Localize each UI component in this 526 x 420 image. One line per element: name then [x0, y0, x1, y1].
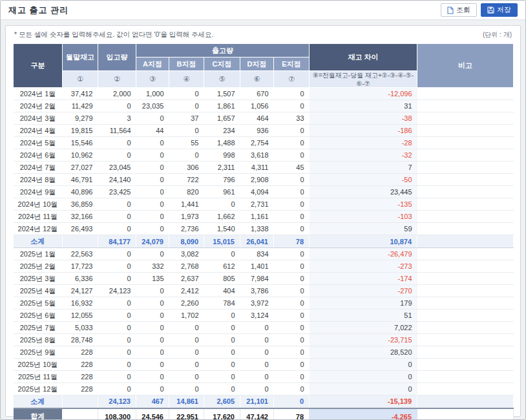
value-cell[interactable]: 9,279 [63, 112, 98, 125]
value-cell[interactable]: 0 [98, 198, 136, 211]
value-cell[interactable]: 15,546 [63, 137, 98, 149]
value-cell[interactable]: 0 [98, 248, 136, 260]
note-cell[interactable] [417, 310, 514, 322]
value-cell[interactable]: 820 [169, 186, 204, 198]
value-cell[interactable]: 0 [240, 383, 274, 395]
value-cell[interactable]: 0 [274, 174, 310, 186]
note-cell[interactable] [417, 211, 514, 223]
note-cell[interactable] [417, 174, 514, 186]
value-cell[interactable]: 2,311 [204, 162, 240, 174]
note-cell[interactable] [417, 186, 514, 198]
value-cell[interactable]: 0 [98, 334, 136, 346]
value-cell[interactable]: 0 [204, 198, 240, 211]
value-cell[interactable]: 3,082 [169, 248, 204, 260]
value-cell[interactable]: 1,000 [136, 88, 169, 100]
value-cell[interactable]: 1,702 [169, 310, 204, 322]
value-cell[interactable]: 0 [274, 359, 310, 371]
value-cell[interactable]: 2,736 [169, 223, 204, 235]
value-cell[interactable]: 0 [274, 285, 310, 297]
value-cell[interactable]: 2,000 [98, 88, 136, 100]
value-cell[interactable]: 3,124 [240, 310, 274, 322]
note-cell[interactable] [417, 334, 514, 346]
value-cell[interactable]: 234 [204, 125, 240, 137]
note-cell[interactable] [417, 137, 514, 149]
value-cell[interactable]: 0 [98, 100, 136, 112]
value-cell[interactable]: 0 [98, 273, 136, 285]
value-cell[interactable]: 4,094 [240, 186, 274, 198]
value-cell[interactable]: 0 [274, 383, 310, 395]
note-cell[interactable] [417, 273, 514, 285]
value-cell[interactable]: 0 [204, 322, 240, 334]
note-cell[interactable] [417, 297, 514, 310]
value-cell[interactable]: 0 [274, 248, 310, 260]
value-cell[interactable]: 24,127 [63, 285, 98, 297]
value-cell[interactable]: 0 [136, 359, 169, 371]
value-cell[interactable]: 1,488 [204, 137, 240, 149]
value-cell[interactable]: 796 [204, 174, 240, 186]
note-cell[interactable] [417, 88, 514, 100]
value-cell[interactable]: 0 [136, 198, 169, 211]
value-cell[interactable]: 0 [204, 359, 240, 371]
value-cell[interactable]: 0 [169, 359, 204, 371]
value-cell[interactable]: 2,908 [240, 174, 274, 186]
value-cell[interactable]: 0 [98, 383, 136, 395]
value-cell[interactable]: 0 [240, 322, 274, 334]
value-cell[interactable]: 2,731 [240, 198, 274, 211]
value-cell[interactable]: 24,123 [98, 285, 136, 297]
value-cell[interactable]: 1,507 [204, 88, 240, 100]
value-cell[interactable]: 0 [169, 346, 204, 359]
value-cell[interactable]: 228 [63, 383, 98, 395]
value-cell[interactable]: 0 [136, 211, 169, 223]
value-cell[interactable]: 24,140 [98, 174, 136, 186]
value-cell[interactable]: 0 [136, 383, 169, 395]
value-cell[interactable]: 0 [274, 88, 310, 100]
value-cell[interactable]: 37 [169, 112, 204, 125]
value-cell[interactable]: 0 [136, 137, 169, 149]
value-cell[interactable]: 1,441 [169, 198, 204, 211]
value-cell[interactable]: 1,056 [240, 100, 274, 112]
value-cell[interactable]: 23,035 [136, 100, 169, 112]
value-cell[interactable]: 0 [274, 137, 310, 149]
value-cell[interactable]: 0 [98, 149, 136, 162]
save-button[interactable]: 저장 [481, 3, 518, 17]
value-cell[interactable]: 16,932 [63, 297, 98, 310]
value-cell[interactable]: 32,166 [63, 211, 98, 223]
value-cell[interactable]: 0 [136, 297, 169, 310]
value-cell[interactable]: 306 [169, 162, 204, 174]
value-cell[interactable]: 0 [98, 260, 136, 273]
value-cell[interactable]: 135 [136, 273, 169, 285]
value-cell[interactable]: 0 [274, 223, 310, 235]
value-cell[interactable]: 0 [274, 371, 310, 383]
value-cell[interactable]: 0 [136, 322, 169, 334]
value-cell[interactable]: 1,401 [240, 260, 274, 273]
value-cell[interactable]: 2,260 [169, 297, 204, 310]
value-cell[interactable]: 46,791 [63, 174, 98, 186]
value-cell[interactable]: 0 [169, 100, 204, 112]
value-cell[interactable]: 0 [98, 211, 136, 223]
value-cell[interactable]: 404 [204, 285, 240, 297]
value-cell[interactable]: 0 [136, 285, 169, 297]
value-cell[interactable]: 0 [274, 310, 310, 322]
note-cell[interactable] [417, 260, 514, 273]
value-cell[interactable]: 1,540 [204, 223, 240, 235]
value-cell[interactable]: 22,563 [63, 248, 98, 260]
value-cell[interactable]: 612 [204, 260, 240, 273]
value-cell[interactable]: 0 [204, 248, 240, 260]
note-cell[interactable] [417, 112, 514, 125]
note-cell[interactable] [417, 223, 514, 235]
value-cell[interactable]: 40,896 [63, 186, 98, 198]
note-cell[interactable] [417, 100, 514, 112]
value-cell[interactable]: 0 [274, 125, 310, 137]
note-cell[interactable] [417, 149, 514, 162]
value-cell[interactable]: 5,033 [63, 322, 98, 334]
note-cell[interactable] [417, 285, 514, 297]
value-cell[interactable]: 0 [136, 334, 169, 346]
value-cell[interactable]: 0 [274, 260, 310, 273]
value-cell[interactable]: 4,311 [240, 162, 274, 174]
value-cell[interactable]: 26,493 [63, 223, 98, 235]
value-cell[interactable]: 0 [240, 346, 274, 359]
value-cell[interactable]: 0 [169, 125, 204, 137]
value-cell[interactable]: 0 [274, 100, 310, 112]
value-cell[interactable]: 0 [98, 297, 136, 310]
value-cell[interactable]: 961 [204, 186, 240, 198]
